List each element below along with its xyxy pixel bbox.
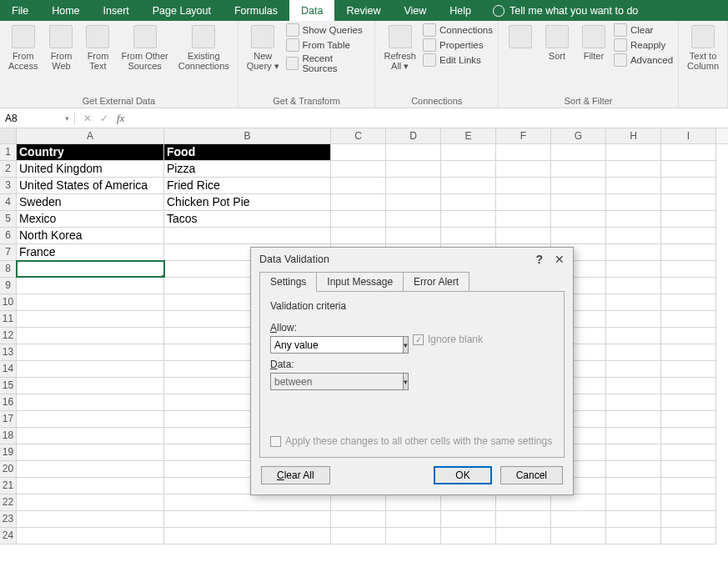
cell-I6[interactable]	[661, 228, 716, 243]
ribbon-connections[interactable]: Connections	[423, 23, 493, 37]
cell-H10[interactable]	[606, 294, 661, 310]
ok-button[interactable]: OK	[434, 466, 491, 484]
col-header-I[interactable]: I	[661, 128, 716, 143]
cell-D5[interactable]	[386, 211, 441, 227]
cell-E4[interactable]	[441, 194, 496, 210]
close-icon[interactable]: ✕	[555, 253, 565, 266]
dialog-tab-input-message[interactable]: Input Message	[316, 272, 404, 292]
cell-A2[interactable]: United Kingdom	[17, 161, 164, 177]
from-access[interactable]: From Access	[5, 23, 41, 73]
enter-icon[interactable]: ✓	[100, 113, 108, 124]
cell-A9[interactable]	[17, 278, 164, 294]
cell-G24[interactable]	[551, 528, 606, 544]
chevron-down-icon[interactable]: ▾	[404, 336, 409, 354]
menu-tab-file[interactable]: File	[0, 0, 40, 21]
cell-H2[interactable]	[606, 161, 661, 177]
text-to-columns[interactable]: Text to Column	[684, 23, 722, 73]
cell-C24[interactable]	[331, 528, 386, 544]
menu-tab-page-layout[interactable]: Page Layout	[141, 0, 223, 21]
cell-B6[interactable]	[164, 228, 331, 243]
cell-C6[interactable]	[331, 228, 386, 243]
cell-I2[interactable]	[661, 161, 716, 177]
cell-D22[interactable]	[386, 494, 441, 510]
name-box-input[interactable]	[5, 113, 55, 124]
menu-tab-review[interactable]: Review	[334, 0, 392, 21]
cell-A8[interactable]	[17, 261, 164, 277]
cell-H14[interactable]	[606, 361, 661, 377]
cell-A18[interactable]	[17, 428, 164, 444]
ribbon-show-queries[interactable]: Show Queries	[286, 23, 363, 37]
col-header-B[interactable]: B	[164, 128, 331, 143]
cell-H5[interactable]	[606, 211, 661, 227]
sort-az[interactable]	[504, 23, 537, 53]
cell-A21[interactable]	[17, 478, 164, 494]
cell-H18[interactable]	[606, 428, 661, 444]
cell-H8[interactable]	[606, 261, 661, 277]
cell-I1[interactable]	[661, 144, 716, 160]
row-header-9[interactable]: 9	[0, 278, 17, 294]
select-all-corner[interactable]	[0, 128, 17, 143]
cell-E3[interactable]	[441, 178, 496, 193]
cell-I16[interactable]	[661, 394, 716, 410]
ribbon-reapply[interactable]: Reapply	[614, 38, 665, 52]
menu-tab-view[interactable]: View	[392, 0, 438, 21]
cell-I12[interactable]	[661, 328, 716, 344]
row-header-10[interactable]: 10	[0, 294, 17, 311]
cell-E1[interactable]	[441, 144, 496, 160]
row-header-17[interactable]: 17	[0, 411, 17, 428]
cell-I21[interactable]	[661, 478, 716, 494]
row-header-3[interactable]: 3	[0, 178, 17, 194]
cell-H13[interactable]	[606, 344, 661, 360]
refresh-all[interactable]: Refresh All ▾	[380, 23, 419, 73]
cell-A16[interactable]	[17, 394, 164, 410]
fx-icon[interactable]: fx	[117, 112, 124, 125]
cell-A23[interactable]	[17, 511, 164, 527]
cell-D6[interactable]	[386, 228, 441, 243]
col-header-F[interactable]: F	[496, 128, 551, 143]
cell-B3[interactable]: Fried Rice	[164, 178, 331, 193]
col-header-H[interactable]: H	[606, 128, 661, 143]
col-header-A[interactable]: A	[17, 128, 164, 143]
cell-I17[interactable]	[661, 411, 716, 427]
ribbon-properties[interactable]: Properties	[423, 38, 483, 52]
row-header-4[interactable]: 4	[0, 194, 17, 211]
row-header-16[interactable]: 16	[0, 394, 17, 411]
cell-E23[interactable]	[441, 511, 496, 527]
from-text[interactable]: From Text	[81, 23, 114, 73]
cell-D3[interactable]	[386, 178, 441, 193]
cell-H23[interactable]	[606, 511, 661, 527]
menu-tab-home[interactable]: Home	[40, 0, 91, 21]
menu-tab-formulas[interactable]: Formulas	[223, 0, 289, 21]
col-header-G[interactable]: G	[551, 128, 606, 143]
cell-G1[interactable]	[551, 144, 606, 160]
cell-G2[interactable]	[551, 161, 606, 177]
cell-D24[interactable]	[386, 528, 441, 544]
cell-B1[interactable]: Food	[164, 144, 331, 160]
cell-D1[interactable]	[386, 144, 441, 160]
cell-I18[interactable]	[661, 428, 716, 444]
cell-I13[interactable]	[661, 344, 716, 360]
cell-I23[interactable]	[661, 511, 716, 527]
menu-tab-data[interactable]: Data	[289, 0, 334, 21]
cell-I5[interactable]	[661, 211, 716, 227]
cell-C4[interactable]	[331, 194, 386, 210]
cell-A13[interactable]	[17, 344, 164, 360]
cell-G5[interactable]	[551, 211, 606, 227]
cell-A24[interactable]	[17, 528, 164, 544]
cell-I24[interactable]	[661, 528, 716, 544]
cell-B24[interactable]	[164, 528, 331, 544]
existing-connections[interactable]: Existing Connections	[175, 23, 233, 73]
cell-F4[interactable]	[496, 194, 551, 210]
cell-H12[interactable]	[606, 328, 661, 344]
cell-B5[interactable]: Tacos	[164, 211, 331, 227]
cell-F1[interactable]	[496, 144, 551, 160]
allow-input[interactable]	[270, 336, 404, 354]
cell-B23[interactable]	[164, 511, 331, 527]
cell-I14[interactable]	[661, 361, 716, 377]
cell-A11[interactable]	[17, 311, 164, 327]
cell-E24[interactable]	[441, 528, 496, 544]
cell-H20[interactable]	[606, 461, 661, 477]
row-header-19[interactable]: 19	[0, 444, 17, 461]
cell-C3[interactable]	[331, 178, 386, 193]
dialog-tab-settings[interactable]: Settings	[259, 272, 317, 292]
